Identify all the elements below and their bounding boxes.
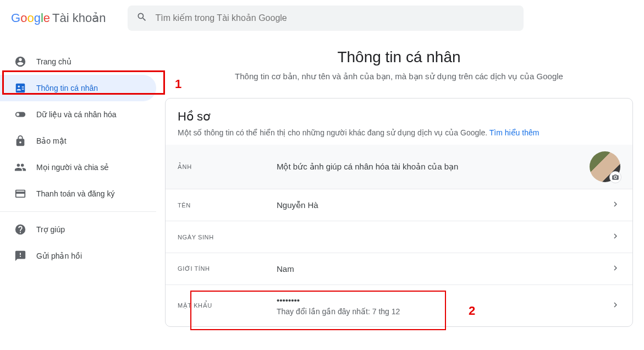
sidebar-item-label: Thanh toán và đăng ký <box>36 189 114 198</box>
profile-card-head: Hồ sơ Một số thông tin có thể hiển thị c… <box>166 99 632 145</box>
row-label: TÊN <box>178 202 277 209</box>
sidebar-item-help[interactable]: Trợ giúp <box>0 216 156 243</box>
sidebar-item-security[interactable]: Bảo mật <box>0 128 156 154</box>
google-logo: Google <box>11 11 50 25</box>
sidebar-item-label: Dữ liệu và cá nhân hóa <box>36 110 117 119</box>
sidebar-item-label: Trợ giúp <box>36 225 65 234</box>
sidebar: Trang chủ Thông tin cá nhân Dữ liệu và c… <box>0 36 165 327</box>
sidebar-item-label: Trang chủ <box>36 57 71 66</box>
row-value: Nguyễn Hà <box>277 200 610 210</box>
chevron-right-icon <box>610 300 620 312</box>
sidebar-item-label: Gửi phản hồi <box>36 251 82 260</box>
logo-account-text: Tài khoản <box>52 11 106 25</box>
chevron-right-icon <box>610 231 620 243</box>
learn-more-link[interactable]: Tìm hiểu thêm <box>489 128 540 137</box>
sidebar-item-data-personalization[interactable]: Dữ liệu và cá nhân hóa <box>0 101 156 128</box>
sidebar-item-feedback[interactable]: Gửi phản hồi <box>0 243 156 269</box>
page-title: Thông tin cá nhân <box>165 48 633 66</box>
profile-row-name[interactable]: TÊN Nguyễn Hà <box>166 189 632 221</box>
sidebar-item-people-sharing[interactable]: Mọi người và chia sẻ <box>0 154 156 181</box>
chevron-right-icon <box>610 199 620 211</box>
sidebar-item-label: Thông tin cá nhân <box>36 84 98 92</box>
camera-icon <box>609 171 621 183</box>
logo[interactable]: Google Tài khoản <box>11 11 106 25</box>
header: Google Tài khoản <box>0 0 644 36</box>
password-dots: •••••••• <box>277 296 610 305</box>
sidebar-item-label: Mọi người và chia sẻ <box>36 163 109 172</box>
profile-card: Hồ sơ Một số thông tin có thể hiển thị c… <box>165 98 633 327</box>
row-label: GIỚI TÍNH <box>178 265 277 272</box>
search-bar[interactable] <box>128 6 524 31</box>
sidebar-item-label: Bảo mật <box>36 136 67 145</box>
row-label: ẢNH <box>178 163 277 171</box>
sidebar-item-personal-info[interactable]: Thông tin cá nhân <box>0 75 156 101</box>
sidebar-item-home[interactable]: Trang chủ <box>0 48 156 75</box>
row-value: Nam <box>277 264 610 274</box>
row-label: NGÀY SINH <box>178 234 277 240</box>
profile-card-title: Hồ sơ <box>178 110 620 124</box>
sidebar-divider <box>0 211 156 212</box>
row-value: •••••••• Thay đổi lần gần đây nhất: 7 th… <box>277 296 610 316</box>
search-icon <box>136 12 147 25</box>
row-value: Một bức ảnh giúp cá nhân hóa tài khoản c… <box>277 162 590 172</box>
profile-row-photo[interactable]: ẢNH Một bức ảnh giúp cá nhân hóa tài kho… <box>166 145 632 189</box>
chevron-right-icon <box>610 263 620 275</box>
profile-row-dob[interactable]: NGÀY SINH <box>166 221 632 253</box>
page-subtitle: Thông tin cơ bản, như tên và ảnh của bạn… <box>165 72 633 81</box>
row-label: MẬT KHẨU <box>178 302 277 309</box>
password-changed: Thay đổi lần gần đây nhất: 7 thg 12 <box>277 307 610 316</box>
profile-row-gender[interactable]: GIỚI TÍNH Nam <box>166 253 632 285</box>
main-content: Thông tin cá nhân Thông tin cơ bản, như … <box>165 36 644 327</box>
sidebar-item-payments-subscriptions[interactable]: Thanh toán và đăng ký <box>0 181 156 207</box>
profile-card-subtitle: Một số thông tin có thể hiển thị cho nhữ… <box>178 128 620 137</box>
profile-row-password[interactable]: MẬT KHẨU •••••••• Thay đổi lần gần đây n… <box>166 285 632 326</box>
search-input[interactable] <box>155 13 515 23</box>
avatar[interactable] <box>590 151 620 182</box>
